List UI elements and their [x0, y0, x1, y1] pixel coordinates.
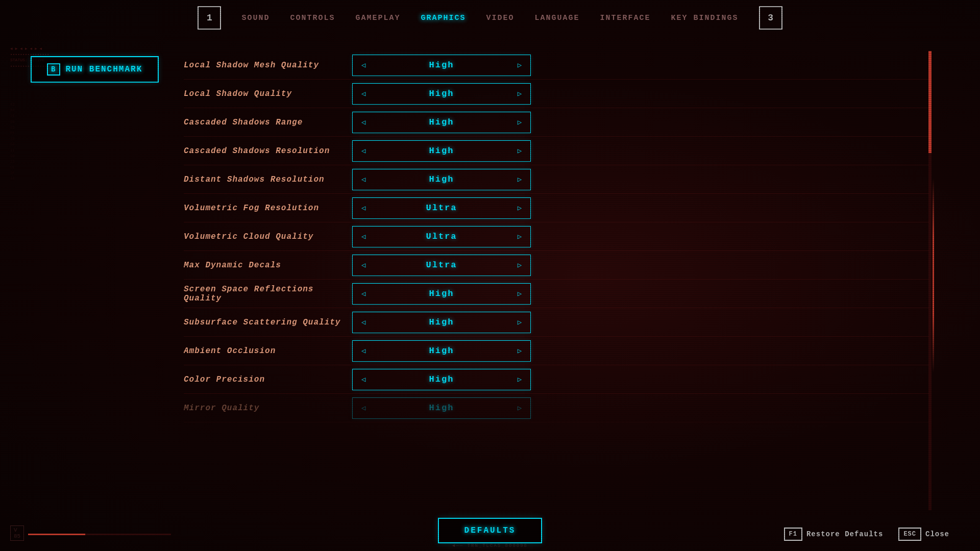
setting-label: Cascaded Shadows Range — [184, 118, 352, 127]
arrow-right-0[interactable]: ▷ — [509, 55, 530, 76]
setting-row: Mirror Quality ◁ High ▷ — [184, 394, 929, 422]
setting-control: ◁ High ▷ — [352, 83, 531, 105]
setting-row: Screen Space Reflections Quality ◁ High … — [184, 280, 929, 308]
setting-value-6: Ultra — [374, 232, 509, 241]
arrow-right-2[interactable]: ▷ — [509, 112, 530, 133]
arrow-left-11[interactable]: ◁ — [353, 369, 374, 390]
setting-value-2: High — [374, 117, 509, 127]
setting-row: Local Shadow Mesh Quality ◁ High ▷ — [184, 51, 929, 80]
arrow-left-4[interactable]: ◁ — [353, 169, 374, 190]
setting-row: Cascaded Shadows Range ◁ High ▷ — [184, 108, 929, 137]
setting-label: Cascaded Shadows Resolution — [184, 146, 352, 156]
arrow-right-1[interactable]: ▷ — [509, 84, 530, 104]
setting-row: Color Precision ◁ High ▷ — [184, 365, 929, 394]
setting-value-7: Ultra — [374, 260, 509, 270]
setting-control: ◁ High ▷ — [352, 140, 531, 162]
arrow-right-7[interactable]: ▷ — [509, 255, 530, 276]
setting-control: ◁ High ▷ — [352, 369, 531, 390]
arrow-left-1[interactable]: ◁ — [353, 84, 374, 104]
setting-label: Max Dynamic Decals — [184, 261, 352, 270]
defaults-button[interactable]: DEFAULTS — [438, 518, 543, 543]
left-decoration: 43A4219903FF2204110923CE3F44 — [10, 102, 20, 182]
setting-control: ◁ Ultra ▷ — [352, 197, 531, 219]
nav-key-left: 1 — [198, 6, 221, 30]
setting-label: Mirror Quality — [184, 404, 352, 413]
arrow-left-6[interactable]: ◁ — [353, 227, 374, 247]
arrow-right-9[interactable]: ▷ — [509, 312, 530, 333]
arrow-left-12[interactable]: ◁ — [353, 398, 374, 418]
arrow-right-5[interactable]: ▷ — [509, 198, 530, 218]
setting-row: Max Dynamic Decals ◁ Ultra ▷ — [184, 251, 929, 280]
setting-label: Local Shadow Mesh Quality — [184, 61, 352, 70]
arrow-right-12[interactable]: ▷ — [509, 398, 530, 418]
nav-item-keybindings[interactable]: KEY BINDINGS — [671, 14, 739, 22]
setting-row: Ambient Occlusion ◁ High ▷ — [184, 337, 929, 365]
arrow-left-0[interactable]: ◁ — [353, 55, 374, 76]
arrow-left-7[interactable]: ◁ — [353, 255, 374, 276]
setting-label: Volumetric Fog Resolution — [184, 204, 352, 213]
setting-value-4: High — [374, 174, 509, 184]
arrow-left-5[interactable]: ◁ — [353, 198, 374, 218]
arrow-left-10[interactable]: ◁ — [353, 341, 374, 361]
nav-item-interface[interactable]: INTERFACE — [600, 14, 651, 22]
arrow-right-6[interactable]: ▷ — [509, 227, 530, 247]
setting-row: Cascaded Shadows Resolution ◁ High ▷ — [184, 137, 929, 165]
setting-value-3: High — [374, 146, 509, 156]
arrow-left-9[interactable]: ◁ — [353, 312, 374, 333]
setting-label: Subsurface Scattering Quality — [184, 318, 352, 327]
arrow-right-4[interactable]: ▷ — [509, 169, 530, 190]
settings-list: Local Shadow Mesh Quality ◁ High ▷ Local… — [184, 51, 929, 422]
setting-label: Distant Shadows Resolution — [184, 175, 352, 184]
nav-item-graphics[interactable]: GRAPHICS — [421, 14, 465, 22]
nav-item-controls[interactable]: CONTROLS — [290, 14, 335, 22]
setting-value-1: High — [374, 89, 509, 98]
arrow-left-3[interactable]: ◁ — [353, 141, 374, 161]
setting-value-11: High — [374, 374, 509, 384]
arrow-left-8[interactable]: ◁ — [353, 284, 374, 304]
setting-row: Subsurface Scattering Quality ◁ High ▷ — [184, 308, 929, 337]
setting-control: ◁ High ▷ — [352, 312, 531, 333]
nav-key-right: 3 — [759, 6, 782, 30]
setting-control: ◁ High ▷ — [352, 283, 531, 305]
setting-row: Volumetric Fog Resolution ◁ Ultra ▷ — [184, 194, 929, 222]
setting-label: Color Precision — [184, 375, 352, 384]
setting-control: ◁ High ▷ — [352, 169, 531, 190]
right-accent — [933, 179, 934, 372]
arrow-left-2[interactable]: ◁ — [353, 112, 374, 133]
benchmark-key: B — [47, 63, 60, 76]
setting-label: Screen Space Reflections Quality — [184, 285, 352, 303]
arrow-right-3[interactable]: ▷ — [509, 141, 530, 161]
arrow-right-8[interactable]: ▷ — [509, 284, 530, 304]
arrow-right-10[interactable]: ▷ — [509, 341, 530, 361]
setting-value-12: High — [374, 403, 509, 413]
left-panel: ◄ ► ◄ ► ◄ ► ◄ ▪▪▪▪▪▪▪▪▪▪▪▪▪▪▪▪ STATUS: A… — [0, 36, 174, 551]
setting-control: ◁ High ▷ — [352, 55, 531, 76]
setting-row: Volumetric Cloud Quality ◁ Ultra ▷ — [184, 222, 929, 251]
settings-area: Local Shadow Mesh Quality ◁ High ▷ Local… — [184, 51, 929, 510]
setting-control: ◁ High ▷ — [352, 397, 531, 419]
setting-control: ◁ Ultra ▷ — [352, 255, 531, 276]
setting-control: ◁ High ▷ — [352, 340, 531, 362]
setting-value-0: High — [374, 60, 509, 70]
setting-label: Ambient Occlusion — [184, 346, 352, 356]
setting-control: ◁ Ultra ▷ — [352, 226, 531, 247]
arrow-right-11[interactable]: ▷ — [509, 369, 530, 390]
setting-row: Local Shadow Quality ◁ High ▷ — [184, 80, 929, 108]
nav-item-sound[interactable]: SOUND — [241, 14, 270, 22]
top-navigation: 1 SOUND CONTROLS GAMEPLAY GRAPHICS VIDEO… — [0, 0, 980, 36]
bottom-bar: DEFAULTS — [0, 510, 980, 551]
benchmark-label: RUN BENCHMARK — [65, 65, 142, 74]
run-benchmark-button[interactable]: B RUN BENCHMARK — [31, 56, 159, 83]
setting-row: Distant Shadows Resolution ◁ High ▷ — [184, 165, 929, 194]
setting-label: Volumetric Cloud Quality — [184, 232, 352, 241]
setting-value-5: Ultra — [374, 203, 509, 213]
setting-value-9: High — [374, 317, 509, 327]
nav-item-video[interactable]: VIDEO — [486, 14, 514, 22]
setting-value-8: High — [374, 289, 509, 298]
setting-control: ◁ High ▷ — [352, 112, 531, 133]
scrollbar-thumb[interactable] — [928, 51, 932, 153]
scrollbar-track[interactable] — [928, 51, 932, 510]
nav-item-language[interactable]: LANGUAGE — [535, 14, 580, 22]
nav-item-gameplay[interactable]: GAMEPLAY — [355, 14, 400, 22]
setting-value-10: High — [374, 346, 509, 356]
